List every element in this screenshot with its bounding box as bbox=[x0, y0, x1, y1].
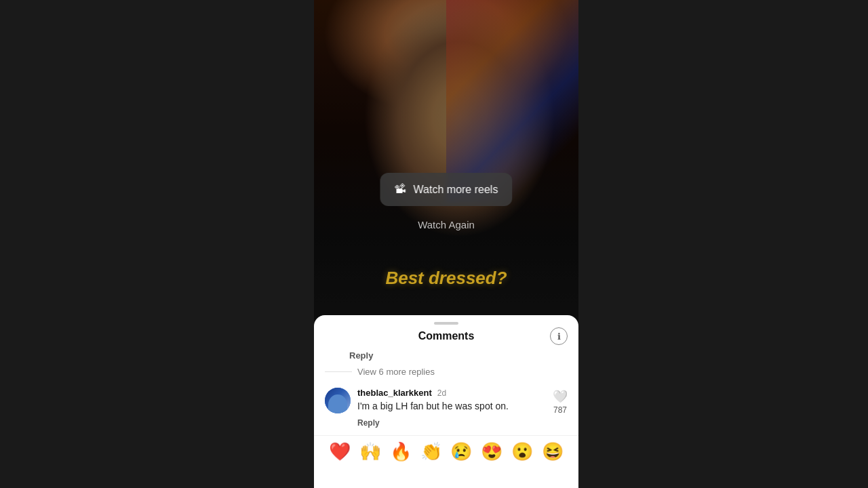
divider-line bbox=[325, 371, 352, 372]
watch-more-reels-button[interactable]: 📽 Watch more reels bbox=[380, 173, 513, 206]
reply-section: Reply bbox=[314, 349, 578, 364]
like-heart-icon[interactable]: 🤍 bbox=[553, 389, 568, 404]
comment-username[interactable]: theblac_klarkkent bbox=[357, 388, 432, 398]
left-background bbox=[0, 0, 314, 488]
avatar bbox=[325, 388, 351, 413]
comment-likes: 🤍 787 bbox=[553, 389, 568, 415]
avatar-image bbox=[325, 388, 351, 413]
emoji-shocked-button[interactable]: 😮 bbox=[511, 441, 533, 462]
view-more-replies-button[interactable]: View 6 more replies bbox=[357, 367, 435, 377]
page-container: 📽 Watch more reels Watch Again Best dres… bbox=[0, 0, 868, 488]
video-area: 📽 Watch more reels Watch Again Best dres… bbox=[314, 0, 578, 337]
comment-body: theblac_klarkkent 2d I'm a big LH fan bu… bbox=[357, 388, 546, 428]
comments-header: Comments ℹ bbox=[314, 329, 578, 349]
comment-time: 2d bbox=[437, 388, 446, 398]
comment-item: theblac_klarkkent 2d I'm a big LH fan bu… bbox=[314, 384, 578, 432]
comment-meta: theblac_klarkkent 2d bbox=[357, 388, 546, 398]
comment-text: I'm a big LH fan but he was spot on. bbox=[357, 400, 546, 413]
emoji-heart-button[interactable]: ❤️ bbox=[329, 441, 351, 462]
emoji-crying-button[interactable]: 😢 bbox=[450, 441, 472, 462]
comments-title: Comments bbox=[418, 330, 475, 342]
view-more-replies-row: View 6 more replies bbox=[314, 364, 578, 384]
emoji-heart-eyes-button[interactable]: 😍 bbox=[481, 441, 502, 462]
comments-handle[interactable] bbox=[314, 315, 578, 329]
emoji-raised-hands-button[interactable]: 🙌 bbox=[359, 441, 381, 462]
emoji-grinning-button[interactable]: 😆 bbox=[542, 441, 564, 462]
comments-panel: Comments ℹ Reply View 6 more replies bbox=[314, 315, 578, 488]
avatar-silhouette bbox=[328, 394, 347, 413]
handle-bar bbox=[434, 322, 458, 325]
emoji-clapping-button[interactable]: 👏 bbox=[420, 441, 442, 462]
watch-again-button[interactable]: Watch Again bbox=[418, 219, 475, 230]
right-background bbox=[578, 0, 868, 488]
emoji-fire-button[interactable]: 🔥 bbox=[390, 441, 412, 462]
watch-reels-label: Watch more reels bbox=[414, 184, 498, 196]
reply-link[interactable]: Reply bbox=[349, 350, 373, 361]
video-caption-text: Best dressed? bbox=[385, 268, 507, 289]
like-count: 787 bbox=[553, 405, 567, 415]
comment-reply-button[interactable]: Reply bbox=[357, 418, 380, 428]
main-panel: 📽 Watch more reels Watch Again Best dres… bbox=[314, 0, 578, 488]
reel-icon: 📽 bbox=[395, 182, 407, 197]
emoji-reactions-row: ❤️ 🙌 🔥 👏 😢 😍 😮 😆 bbox=[314, 435, 578, 466]
info-icon-button[interactable]: ℹ bbox=[550, 327, 568, 345]
